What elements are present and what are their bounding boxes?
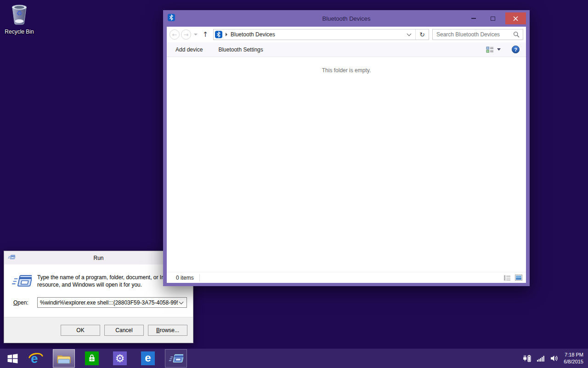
help-button[interactable]: ? [512,46,520,53]
taskbar-internet-explorer[interactable]: e [25,349,47,368]
bluetooth-location-icon [215,31,222,38]
add-device-button[interactable]: Add device [175,46,203,53]
thumbnail-view-button[interactable] [515,275,522,281]
items-count: 0 items [176,275,194,281]
browse-button[interactable]: Browse... [148,325,187,336]
recycle-bin-icon: ♻ [10,19,29,27]
windows-logo-icon [6,352,19,365]
start-button[interactable] [0,349,25,368]
back-button[interactable]: ← [170,29,180,40]
volume-icon[interactable] [550,355,558,362]
view-dropdown-icon[interactable] [497,48,501,51]
taskbar-run[interactable] [165,349,187,368]
system-tray: 7:18 PM 6/8/2015 [523,349,588,368]
run-dialog-footer: OK Cancel Browse... [4,317,193,343]
address-dropdown-icon[interactable] [407,32,412,36]
maximize-button[interactable] [487,12,499,24]
file-explorer-icon [56,352,72,365]
clock-date: 6/8/2015 [564,358,583,365]
change-view-button[interactable] [486,46,501,53]
search-icon[interactable] [513,31,520,38]
address-bar[interactable]: Bluetooth Devices ↻ [213,29,429,40]
desktop: ♻ Recycle Bin Run [0,0,588,368]
recycle-bin-label: Recycle Bin [3,29,36,35]
ok-button[interactable]: OK [61,325,100,336]
up-button[interactable]: ↑ [200,29,210,40]
clock-time: 7:18 PM [564,351,583,358]
bluetooth-settings-button[interactable]: Bluetooth Settings [218,46,263,53]
taskbar: e [0,349,588,368]
recent-pages-dropdown-icon[interactable] [194,34,198,35]
status-bar: 0 items [167,272,526,283]
cancel-button[interactable]: Cancel [104,325,144,336]
store-icon [85,351,99,365]
run-description: Type the name of a program, folder, docu… [37,274,183,288]
search-box[interactable] [432,29,523,40]
recycle-bin[interactable]: ♻ Recycle Bin [3,3,36,35]
title-bar[interactable]: Bluetooth Devices [167,10,526,27]
internet-explorer-tile-icon: e [141,351,155,365]
taskbar-internet-explorer-metro[interactable]: e [137,349,159,368]
folder-content[interactable]: This folder is empty. [167,57,526,272]
open-input[interactable] [38,299,178,306]
run-icon [11,273,32,291]
open-combobox[interactable] [37,297,187,308]
settings-gear-icon: ⚙ [113,351,127,365]
details-view-button[interactable] [504,275,511,281]
close-button[interactable] [505,12,526,24]
empty-folder-message: This folder is empty. [167,67,526,74]
run-app-icon [8,254,15,262]
internet-explorer-icon: e [28,351,44,366]
taskbar-store[interactable] [81,349,103,368]
bluetooth-app-icon[interactable] [168,14,175,23]
command-bar: Add device Bluetooth Settings ? [167,42,526,57]
bluetooth-devices-window: Bluetooth Devices ← → ↑ [163,10,530,286]
power-icon[interactable] [523,355,531,362]
search-input[interactable] [433,31,513,38]
taskbar-file-explorer[interactable] [53,349,75,368]
status-divider [199,274,200,282]
combo-dropdown-icon[interactable] [179,299,184,304]
open-label: Open: [13,299,37,306]
run-taskbar-icon [169,353,183,364]
minimize-button[interactable] [468,12,480,24]
taskbar-clock[interactable]: 7:18 PM 6/8/2015 [564,351,583,365]
network-signal-icon[interactable] [537,356,545,362]
taskbar-settings[interactable]: ⚙ [109,349,131,368]
view-options-icon [486,46,494,53]
svg-text:♻: ♻ [16,9,22,17]
navigation-bar: ← → ↑ Bluetooth Devices ↻ [167,27,526,42]
breadcrumb[interactable]: Bluetooth Devices [231,31,275,38]
forward-button[interactable]: → [181,29,191,40]
breadcrumb-separator-icon[interactable] [226,33,227,36]
refresh-button[interactable]: ↻ [416,29,429,40]
